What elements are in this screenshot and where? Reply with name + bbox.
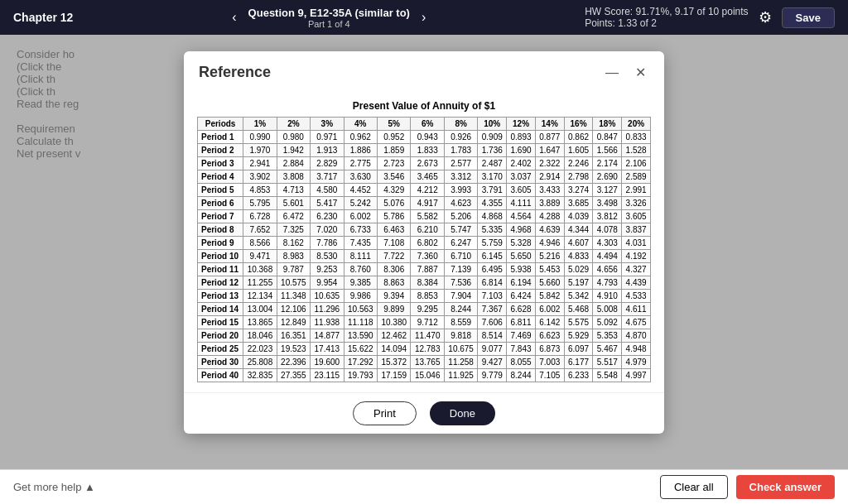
table-row: Period 1211.25510.5759.9549.3858.8638.38… <box>198 276 651 290</box>
table-cell: 4.039 <box>564 210 593 223</box>
table-cell: 5.575 <box>564 316 593 329</box>
period-label: Period 2 <box>198 144 243 157</box>
check-answer-button[interactable]: Check answer <box>736 475 835 499</box>
period-label: Period 14 <box>198 303 243 316</box>
table-cell: 3.889 <box>535 197 564 210</box>
table-row: Period 1513.86512.84911.93811.11810.3809… <box>198 316 651 329</box>
table-cell: 4.793 <box>593 276 622 290</box>
points-score: Points: 1.33 of 2 <box>585 17 748 29</box>
table-cell: 7.435 <box>344 237 377 250</box>
table-cell: 6.145 <box>478 250 507 263</box>
table-cell: 6.623 <box>535 329 564 343</box>
next-question-button[interactable]: › <box>417 8 431 26</box>
question-nav: ‹ Question 9, E12-35A (similar to) Part … <box>227 7 431 29</box>
modal-minimize-button[interactable]: — <box>602 64 622 82</box>
table-cell: 2.723 <box>378 157 411 170</box>
table-cell: 5.092 <box>593 316 622 329</box>
period-label: Period 10 <box>198 250 243 263</box>
table-cell: 5.517 <box>593 356 622 369</box>
table-row: Period 109.4718.9838.5308.1117.7227.3606… <box>198 250 651 263</box>
table-cell: 9.899 <box>378 303 411 316</box>
table-cell: 4.303 <box>593 237 622 250</box>
table-cell: 2.690 <box>593 170 622 184</box>
table-cell: 14.877 <box>311 329 344 343</box>
table-cell: 6.463 <box>378 223 411 237</box>
table-cell: 4.533 <box>622 290 651 303</box>
table-cell: 9.986 <box>344 290 377 303</box>
table-cell: 11.938 <box>311 316 344 329</box>
table-cell: 5.197 <box>564 276 593 290</box>
table-col-header: Periods <box>198 118 243 131</box>
table-cell: 3.326 <box>622 197 651 210</box>
table-cell: 2.941 <box>243 157 277 170</box>
table-cell: 2.884 <box>277 157 310 170</box>
table-cell: 4.580 <box>311 184 344 197</box>
table-col-header: 5% <box>378 118 411 131</box>
table-cell: 9.712 <box>411 316 444 329</box>
done-button[interactable]: Done <box>430 401 495 425</box>
table-cell: 4.968 <box>507 223 536 237</box>
table-cell: 5.786 <box>378 210 411 223</box>
table-cell: 6.177 <box>564 356 593 369</box>
table-cell: 4.212 <box>411 184 444 197</box>
table-cell: 22.396 <box>277 356 310 369</box>
table-cell: 7.652 <box>243 223 277 237</box>
table-cell: 4.979 <box>622 356 651 369</box>
table-cell: 7.367 <box>478 303 507 316</box>
table-cell: 7.606 <box>478 316 507 329</box>
settings-button[interactable]: ⚙ <box>759 8 772 26</box>
table-cell: 5.548 <box>593 369 622 382</box>
table-cell: 7.105 <box>535 369 564 382</box>
table-cell: 3.274 <box>564 184 593 197</box>
table-cell: 1.859 <box>378 144 411 157</box>
table-cell: 8.306 <box>378 263 411 276</box>
table-cell: 3.127 <box>593 184 622 197</box>
table-cell: 6.233 <box>564 369 593 382</box>
table-cell: 15.622 <box>344 343 377 356</box>
modal-title: Reference <box>199 64 271 81</box>
table-col-header: 20% <box>622 118 651 131</box>
prev-question-button[interactable]: ‹ <box>227 8 241 26</box>
table-cell: 6.814 <box>478 276 507 290</box>
table-row: Period 1312.13411.34810.6359.9869.3948.8… <box>198 290 651 303</box>
table-cell: 15.372 <box>378 356 411 369</box>
table-cell: 8.863 <box>378 276 411 290</box>
table-cell: 13.004 <box>243 303 277 316</box>
table-cell: 3.993 <box>444 184 477 197</box>
modal-footer: Print Done <box>184 392 664 434</box>
save-button[interactable]: Save <box>782 7 835 28</box>
table-row: Period 54.8534.7134.5804.4524.3294.2123.… <box>198 184 651 197</box>
table-cell: 3.791 <box>478 184 507 197</box>
table-cell: 1.528 <box>622 144 651 157</box>
hw-score: HW Score: 91.71%, 9.17 of 10 points <box>585 6 748 17</box>
table-cell: 3.465 <box>411 170 444 184</box>
table-cell: 4.713 <box>277 184 310 197</box>
table-cell: 10.635 <box>311 290 344 303</box>
table-cell: 6.811 <box>507 316 536 329</box>
print-button[interactable]: Print <box>353 401 417 425</box>
app-header: Chapter 12 ‹ Question 9, E12-35A (simila… <box>0 0 848 35</box>
table-cell: 7.020 <box>311 223 344 237</box>
table-col-header: 10% <box>478 118 507 131</box>
table-cell: 4.910 <box>593 290 622 303</box>
table-col-header: 1% <box>243 118 277 131</box>
clear-all-button[interactable]: Clear all <box>660 475 728 499</box>
table-col-header: 6% <box>411 118 444 131</box>
table-cell: 4.344 <box>564 223 593 237</box>
footer-actions: Clear all Check answer <box>660 475 835 499</box>
table-row: Period 10.9900.9800.9710.9620.9520.9430.… <box>198 131 651 144</box>
modal-close-button[interactable]: ✕ <box>632 63 649 82</box>
table-cell: 5.468 <box>564 303 593 316</box>
table-cell: 6.495 <box>478 263 507 276</box>
table-cell: 11.470 <box>411 329 444 343</box>
table-cell: 3.808 <box>277 170 310 184</box>
table-cell: 9.427 <box>478 356 507 369</box>
table-cell: 4.833 <box>564 250 593 263</box>
table-cell: 0.909 <box>478 131 507 144</box>
modal-controls: — ✕ <box>602 63 649 82</box>
table-cell: 3.717 <box>311 170 344 184</box>
table-cell: 4.111 <box>507 197 536 210</box>
period-label: Period 5 <box>198 184 243 197</box>
table-cell: 0.952 <box>378 131 411 144</box>
table-row: Period 87.6527.3257.0206.7336.4636.2105.… <box>198 223 651 237</box>
